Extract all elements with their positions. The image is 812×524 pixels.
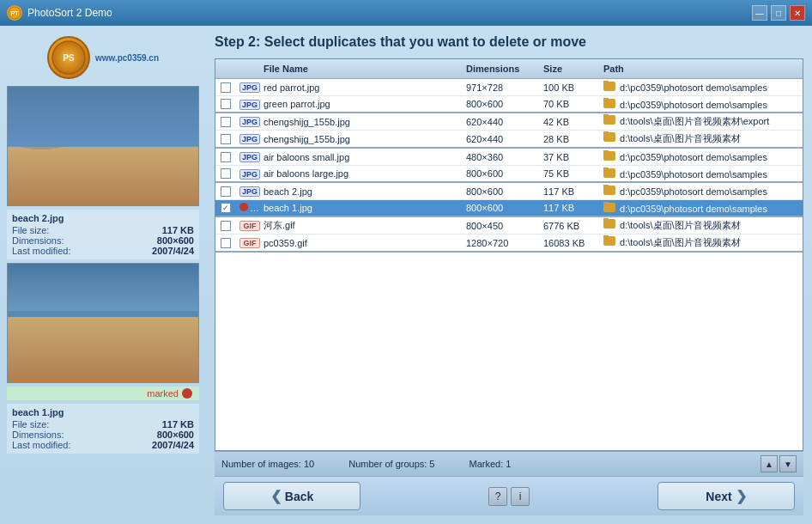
file-list-body[interactable]: JPGred parrot.jpg971×728100 KB d:\pc0359… bbox=[215, 79, 803, 450]
preview-bottom-image bbox=[7, 263, 199, 383]
table-row[interactable]: JPGair baloons large.jpg800×60075 KB d:\… bbox=[215, 166, 803, 183]
row-dimensions: 800×450 bbox=[463, 220, 540, 232]
row-path: d:\pc0359\photosort demo\samples bbox=[600, 202, 803, 215]
mod-value-bottom: 2007/4/24 bbox=[152, 440, 194, 450]
row-checkbox[interactable] bbox=[215, 237, 236, 249]
table-row[interactable]: JPGred parrot.jpg971×728100 KB d:\pc0359… bbox=[215, 79, 803, 96]
checkbox-box[interactable] bbox=[221, 186, 231, 197]
type-badge: JPG bbox=[239, 169, 260, 180]
dim-label-top: Dimensions: bbox=[12, 235, 64, 246]
row-checkbox[interactable] bbox=[215, 220, 236, 232]
marked-dot-icon bbox=[182, 388, 192, 399]
row-filename[interactable]: beach 1.jpg bbox=[260, 202, 463, 214]
dim-value-bottom: 800×600 bbox=[157, 430, 194, 440]
folder-icon bbox=[603, 236, 615, 246]
row-filename[interactable]: beach 2.jpg bbox=[260, 186, 463, 198]
row-dimensions: 800×600 bbox=[463, 202, 540, 214]
checkbox-box[interactable] bbox=[221, 152, 231, 162]
table-row[interactable]: JPGchengshijg_155b.jpg620×44042 KB d:\to… bbox=[215, 113, 803, 131]
folder-icon bbox=[603, 99, 615, 108]
checkbox-box[interactable] bbox=[221, 221, 231, 231]
file-info-row-size-top: File size: 117 KB bbox=[12, 225, 194, 235]
row-size: 37 KB bbox=[540, 151, 600, 163]
checkbox-box[interactable] bbox=[221, 203, 231, 213]
bottom-icons: ? i bbox=[488, 487, 530, 506]
row-dimensions: 1280×720 bbox=[463, 237, 540, 249]
checkbox-box[interactable] bbox=[221, 117, 231, 127]
mod-value-top: 2007/4/24 bbox=[152, 246, 194, 256]
maximize-button[interactable]: □ bbox=[771, 5, 786, 21]
info-icon[interactable]: i bbox=[511, 487, 530, 506]
row-checkbox[interactable] bbox=[215, 82, 236, 94]
row-checkbox[interactable] bbox=[215, 202, 236, 214]
row-filename[interactable]: 河东.gif bbox=[260, 218, 463, 233]
file-info-bottom: beach 1.jpg File size: 117 KB Dimensions… bbox=[7, 404, 199, 454]
images-count: Number of images: 10 bbox=[221, 459, 314, 469]
header-size[interactable]: Size bbox=[540, 62, 600, 76]
preview-top-image bbox=[7, 86, 199, 206]
row-path: d:\pc0359\photosort demo\samples bbox=[600, 185, 803, 198]
svg-text:PT: PT bbox=[11, 10, 20, 16]
header-filename[interactable]: File Name bbox=[260, 62, 463, 76]
minimize-button[interactable]: — bbox=[752, 5, 767, 21]
table-row[interactable]: JPGair baloons small.jpg480×36037 KB d:\… bbox=[215, 149, 803, 166]
table-row[interactable]: GIFpc0359.gif1280×72016083 KB d:\tools\桌… bbox=[215, 235, 803, 253]
table-row[interactable]: JPGchengshijg_155b.jpg620×44028 KB d:\to… bbox=[215, 131, 803, 149]
type-badge: JPG bbox=[239, 134, 260, 144]
header-type bbox=[236, 62, 260, 76]
row-dimensions: 480×360 bbox=[463, 151, 540, 163]
bottom-bar: ❮ Back ? i Next ❯ bbox=[215, 477, 803, 515]
header-path[interactable]: Path bbox=[600, 62, 803, 76]
row-size: 28 KB bbox=[540, 133, 600, 145]
dim-value-top: 800×600 bbox=[157, 235, 194, 246]
marked-count: Marked: 1 bbox=[470, 459, 512, 469]
row-checkbox[interactable] bbox=[215, 186, 236, 198]
row-checkbox[interactable] bbox=[215, 151, 236, 163]
row-checkbox[interactable] bbox=[215, 116, 236, 128]
row-type: JPG bbox=[236, 81, 260, 94]
checkbox-box[interactable] bbox=[221, 134, 231, 144]
row-dimensions: 620×440 bbox=[463, 133, 540, 145]
checkbox-box[interactable] bbox=[221, 82, 231, 93]
preview-image-beach1 bbox=[8, 264, 198, 382]
row-filename[interactable]: air baloons large.jpg bbox=[260, 168, 463, 180]
table-row[interactable]: JPGbeach 1.jpg800×600117 KB d:\pc0359\ph… bbox=[215, 200, 803, 217]
folder-icon bbox=[603, 203, 615, 212]
next-button[interactable]: Next ❯ bbox=[657, 482, 795, 510]
row-size: 117 KB bbox=[540, 186, 600, 198]
table-row[interactable]: JPGbeach 2.jpg800×600117 KB d:\pc0359\ph… bbox=[215, 183, 803, 200]
row-size: 70 KB bbox=[540, 98, 600, 110]
nav-down-arrow[interactable]: ▼ bbox=[779, 455, 797, 472]
size-label-top: File size: bbox=[12, 225, 49, 235]
nav-up-arrow[interactable]: ▲ bbox=[760, 455, 778, 472]
dim-label-bottom: Dimensions: bbox=[12, 430, 64, 440]
table-row[interactable]: GIF河东.gif800×4506776 KB d:\tools\桌面\图片音视… bbox=[215, 217, 803, 235]
row-checkbox[interactable] bbox=[215, 98, 236, 110]
file-info-row-dim-top: Dimensions: 800×600 bbox=[12, 235, 194, 246]
back-label: Back bbox=[285, 490, 313, 503]
checkbox-box[interactable] bbox=[221, 168, 231, 179]
row-filename[interactable]: air baloons small.jpg bbox=[260, 151, 463, 163]
checkbox-box[interactable] bbox=[221, 238, 231, 248]
row-filename[interactable]: green parrot.jpg bbox=[260, 98, 463, 110]
left-panel: PS www.pc0359.cn bbox=[0, 26, 206, 524]
row-filename[interactable]: chengshijg_155b.jpg bbox=[260, 116, 463, 128]
row-path: d:\pc0359\photosort demo\samples bbox=[600, 98, 803, 111]
right-panel: Step 2: Select duplicates that you want … bbox=[206, 26, 812, 524]
row-checkbox[interactable] bbox=[215, 168, 236, 180]
checkbox-box[interactable] bbox=[221, 99, 231, 109]
row-filename[interactable]: pc0359.gif bbox=[260, 237, 463, 249]
title-bar-left: PT PhotoSort 2 Demo bbox=[7, 5, 112, 21]
row-filename[interactable]: chengshijg_155b.jpg bbox=[260, 133, 463, 145]
row-dimensions: 620×440 bbox=[463, 116, 540, 128]
close-button[interactable]: ✕ bbox=[790, 5, 805, 21]
table-row[interactable]: JPGgreen parrot.jpg800×60070 KB d:\pc035… bbox=[215, 96, 803, 113]
row-filename[interactable]: red parrot.jpg bbox=[260, 82, 463, 94]
size-value-bottom: 117 KB bbox=[162, 419, 194, 430]
main-container: PS www.pc0359.cn bbox=[0, 26, 812, 524]
row-checkbox[interactable] bbox=[215, 133, 236, 145]
header-dimensions[interactable]: Dimensions bbox=[463, 62, 540, 76]
svg-point-12 bbox=[132, 359, 158, 366]
help-icon[interactable]: ? bbox=[488, 487, 507, 506]
back-button[interactable]: ❮ Back bbox=[223, 482, 361, 510]
